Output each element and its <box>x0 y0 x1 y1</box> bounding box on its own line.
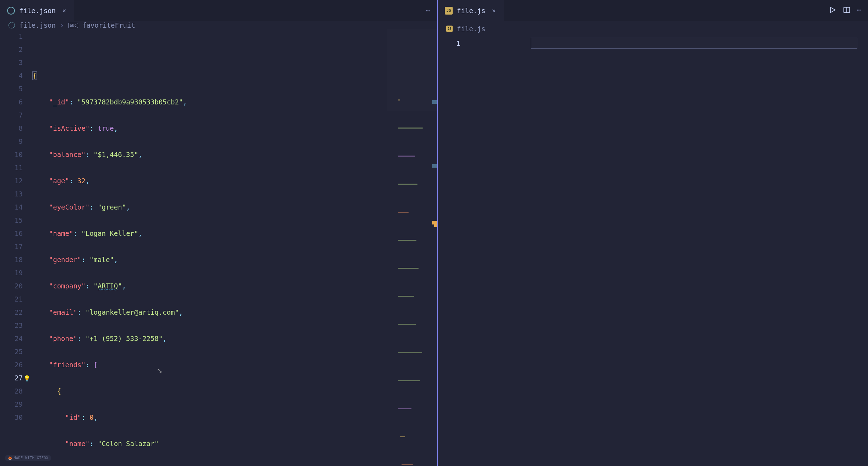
split-editor-icon[interactable] <box>843 6 851 15</box>
overview-mark-warning <box>434 224 437 227</box>
editor-pane-left: file.json × ⋯ file.json › abc favoriteFr… <box>0 0 438 466</box>
brace-open: { <box>33 72 37 80</box>
js-icon: JS <box>445 7 453 15</box>
breadcrumb-right[interactable]: JS file.js <box>438 21 868 36</box>
overview-ruler[interactable] <box>431 36 437 466</box>
breadcrumb-symbol[interactable]: favoriteFruit <box>82 21 135 29</box>
breadcrumb-file[interactable]: file.js <box>457 25 485 33</box>
overview-mark-info <box>432 164 437 168</box>
watermark-badge: 🦊 MADE WITH GIFOX <box>5 455 51 461</box>
code-content[interactable]: { "_id": "5973782bdb9a930533b05cb2", "is… <box>33 29 437 466</box>
chevron-right-icon: › <box>60 21 64 29</box>
svg-marker-0 <box>831 7 835 12</box>
lightbulb-icon[interactable]: 💡 <box>23 372 31 385</box>
more-icon[interactable]: ⋯ <box>426 7 430 14</box>
close-icon[interactable]: × <box>490 7 498 14</box>
editor-pane-right: JS file.js × ⋯ JS file.js 1 <box>438 0 868 466</box>
minimap-viewport[interactable] <box>387 29 437 111</box>
js-icon: JS <box>446 26 453 32</box>
code-editor-left[interactable]: 1 2 3 4 5 6 7 8 9 10 11 12 13 14 15 16 1… <box>0 29 437 466</box>
close-icon[interactable]: × <box>60 7 69 14</box>
more-icon[interactable]: ⋯ <box>857 6 861 15</box>
run-icon[interactable] <box>829 6 836 15</box>
code-content[interactable] <box>470 36 868 466</box>
current-line-highlight <box>531 38 857 49</box>
tab-label: file.json <box>19 7 56 15</box>
breadcrumb-left[interactable]: file.json › abc favoriteFruit <box>0 21 437 29</box>
tab-label: file.js <box>457 7 485 15</box>
tab-file-json[interactable]: file.json × <box>0 0 74 21</box>
line-number-gutter: 1 2 3 4 5 6 7 8 9 10 11 12 13 14 15 16 1… <box>0 29 33 466</box>
breadcrumb-file[interactable]: file.json <box>19 21 56 29</box>
symbol-string-icon: abc <box>68 23 78 28</box>
tab-bar-left: file.json × ⋯ <box>0 0 437 21</box>
tab-bar-right: JS file.js × ⋯ <box>438 0 868 21</box>
fox-icon: 🦊 <box>8 456 12 460</box>
json-icon <box>9 22 15 28</box>
tab-file-js[interactable]: JS file.js × <box>438 0 504 21</box>
line-number-gutter: 1 <box>438 36 470 466</box>
overview-mark-info <box>432 100 437 104</box>
minimap[interactable] <box>387 29 437 466</box>
json-icon <box>7 7 15 15</box>
code-editor-right[interactable]: 1 <box>438 36 868 466</box>
